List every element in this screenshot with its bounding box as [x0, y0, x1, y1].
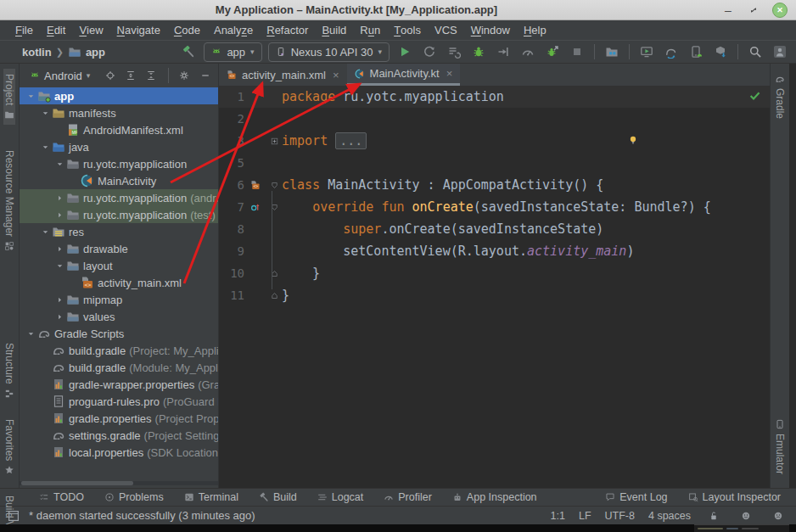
collapse-all-button[interactable] — [145, 66, 157, 85]
apply-changes-restart-button[interactable] — [420, 42, 439, 61]
toolwindow-button-todo[interactable]: TODO — [29, 489, 94, 506]
fold-open-icon[interactable] — [266, 181, 282, 190]
sdk-manager-button[interactable] — [711, 42, 730, 61]
menu-view[interactable]: View — [72, 20, 109, 40]
status-widget-LF[interactable]: LF — [579, 510, 591, 522]
tree-row[interactable]: Gradle Scripts — [20, 325, 218, 342]
stripe-button-gradle[interactable]: Gradle — [774, 69, 786, 124]
hide-panel-button[interactable] — [199, 66, 211, 85]
tree-row[interactable]: layout — [20, 257, 218, 274]
menu-code[interactable]: Code — [167, 20, 207, 40]
breadcrumb-item[interactable]: app — [86, 46, 105, 59]
menu-tools[interactable]: Tools — [387, 20, 428, 40]
tab-close-icon[interactable]: × — [333, 69, 339, 81]
run-configuration-select[interactable]: app▾ — [204, 42, 261, 62]
tree-row[interactable]: app — [20, 87, 218, 104]
stripe-button-resource-manager[interactable]: Resource Manager — [3, 145, 15, 256]
menu-help[interactable]: Help — [517, 20, 553, 40]
editor-tab-activity_main-xml[interactable]: <>activity_main.xml× — [219, 64, 347, 86]
tree-row[interactable]: gradle-wrapper.properties(Gradle Version… — [20, 376, 218, 393]
minimize-button-icon[interactable]: – — [721, 3, 735, 17]
stripe-button-structure[interactable]: Structure — [3, 338, 15, 404]
tree-row[interactable]: gradle.properties(Project Properties) — [20, 410, 218, 427]
build-hammer-button[interactable] — [179, 42, 198, 61]
restore-button-icon[interactable] — [747, 3, 760, 17]
toolwindow-button-profiler[interactable]: Profiler — [373, 489, 442, 506]
tree-row[interactable]: values — [20, 308, 218, 325]
status-widget-1-1[interactable]: 1:1 — [551, 510, 565, 522]
face-sad-status[interactable] — [769, 507, 788, 525]
menu-run[interactable]: Run — [353, 20, 387, 40]
menu-build[interactable]: Build — [315, 20, 353, 40]
device-manager-button[interactable] — [687, 42, 705, 61]
stripe-button-favorites[interactable]: Favorites — [3, 414, 15, 480]
tree-row[interactable]: manifests — [20, 104, 218, 121]
toolwindow-button-layout-inspector[interactable]: Layout Inspector — [678, 491, 791, 503]
project-view-selector[interactable]: Android▾ — [30, 70, 90, 82]
toolwindow-button-problems[interactable]: Problems — [94, 489, 174, 506]
stop-button[interactable] — [568, 42, 586, 61]
fold-end-icon[interactable] — [266, 291, 282, 300]
lock-open-status[interactable] — [704, 507, 723, 525]
tab-close-icon[interactable]: × — [446, 67, 453, 80]
device-file-explorer-button[interactable] — [603, 42, 621, 61]
tree-row[interactable]: build.gradle(Module: My_Application.app) — [20, 359, 218, 376]
menu-vcs[interactable]: VCS — [428, 20, 464, 40]
editor-tab-mainactivity-kt[interactable]: MainActivity.kt× — [347, 64, 461, 86]
sync-project-gradle-button[interactable] — [662, 42, 681, 61]
settings-button[interactable] — [178, 66, 190, 85]
tree-row[interactable]: build.gradle(Project: My_Application) — [20, 342, 218, 359]
tree-row[interactable]: MainActivity — [20, 172, 218, 189]
code-area[interactable]: 1package ru.yotc.myapplication23import .… — [219, 86, 770, 488]
toolwindow-toggle-icon[interactable] — [7, 509, 20, 523]
menu-window[interactable]: Window — [464, 20, 517, 40]
tree-row[interactable]: proguard-rules.pro(ProGuard Rules) — [20, 393, 218, 410]
apply-code-changes-button[interactable] — [445, 42, 463, 61]
menu-edit[interactable]: Edit — [40, 20, 72, 40]
profile-button[interactable] — [519, 42, 537, 61]
close-button-icon[interactable]: ✕ — [772, 3, 788, 18]
tree-row[interactable]: java — [20, 138, 218, 155]
toolwindow-button-app-inspection[interactable]: App Inspection — [442, 489, 547, 506]
tree-row[interactable]: <>activity_main.xml — [20, 274, 218, 291]
menu-navigate[interactable]: Navigate — [110, 20, 167, 40]
attach-debugger-button[interactable] — [494, 42, 513, 61]
toolwindow-button-event-log[interactable]: Event Log — [595, 491, 677, 503]
tree-row[interactable]: settings.gradle(Project Settings) — [20, 427, 218, 444]
project-hscrollbar-thumb[interactable] — [21, 481, 133, 485]
breadcrumb-item[interactable]: kotlin — [22, 46, 52, 59]
running-devices-button[interactable] — [637, 42, 656, 61]
toolwindow-button-terminal[interactable]: Terminal — [174, 489, 249, 506]
stripe-button-project[interactable]: Project — [3, 69, 15, 125]
tree-row[interactable]: ru.yotc.myapplication(test) — [20, 206, 218, 223]
locate-file-button[interactable] — [104, 66, 115, 85]
toolwindow-button-build[interactable]: Build — [249, 489, 307, 506]
inspections-ok-icon[interactable] — [748, 89, 761, 105]
stripe-button-emulator[interactable]: Emulator — [774, 414, 786, 479]
status-widget-UTF-8[interactable]: UTF-8 — [605, 510, 635, 522]
tree-row[interactable]: MFAndroidManifest.xml — [20, 121, 218, 138]
tree-row[interactable]: ru.yotc.myapplication(androidTest) — [20, 189, 218, 206]
menu-refactor[interactable]: Refactor — [260, 20, 315, 40]
tree-row[interactable]: ru.yotc.myapplication — [20, 155, 218, 172]
menu-analyze[interactable]: Analyze — [207, 20, 260, 40]
device-select[interactable]: Nexus 10 API 30▾ — [268, 42, 390, 62]
run-play-button[interactable] — [395, 42, 414, 61]
fold-open-icon[interactable] — [266, 203, 282, 212]
menu-file[interactable]: File — [8, 20, 40, 40]
face-happy-status[interactable] — [737, 507, 755, 525]
tree-row[interactable]: local.properties(SDK Location) — [20, 444, 218, 461]
expand-all-button[interactable] — [125, 66, 137, 85]
status-widget-4-spaces[interactable]: 4 spaces — [648, 510, 691, 522]
tree-row[interactable]: mipmap — [20, 291, 218, 308]
search-everywhere-button[interactable] — [746, 42, 765, 61]
fold-end-icon[interactable] — [266, 269, 282, 278]
retry-instrumented-button[interactable] — [543, 42, 562, 61]
profile-avatar-button[interactable] — [771, 42, 789, 61]
tree-row[interactable]: drawable — [20, 240, 218, 257]
toolwindow-button-logcat[interactable]: Logcat — [307, 489, 374, 506]
debug-button[interactable] — [469, 42, 488, 61]
intention-bulb-icon[interactable] — [628, 133, 638, 148]
tree-row[interactable]: res — [20, 223, 218, 240]
fold-plus-icon[interactable] — [266, 137, 282, 146]
